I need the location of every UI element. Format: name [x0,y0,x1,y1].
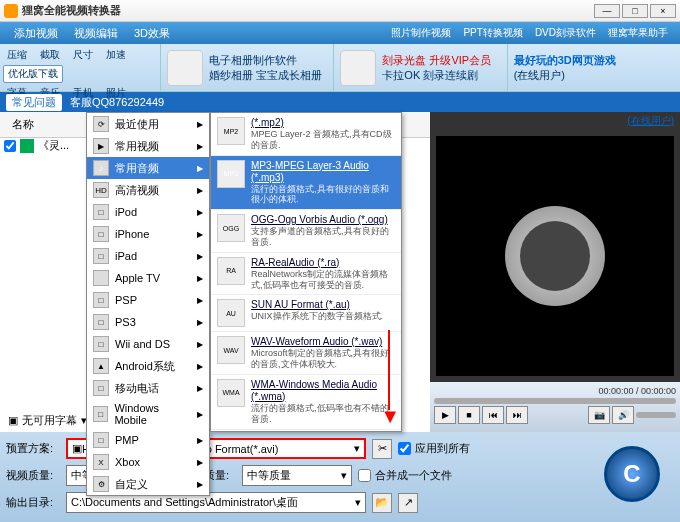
browse-button[interactable]: 📂 [372,493,392,513]
category-label: iPhone [115,228,149,240]
category-item[interactable]: □iPhone▶ [87,223,209,245]
category-icon: ▶ [93,138,109,154]
category-item[interactable]: □Windows Mobile▶ [87,399,209,429]
left-pane: 名称 《灵... ⟳最近使用▶▶常用视频▶♪常用音频▶HD高清视频▶□iPod▶… [0,112,430,432]
open-folder-button[interactable]: ↗ [398,493,418,513]
link-apple[interactable]: 狸窝苹果助手 [602,26,674,40]
chevron-right-icon: ▶ [197,252,203,261]
tab-size[interactable]: 尺寸 [69,47,97,63]
category-label: PMP [115,434,139,446]
progress-slider[interactable] [434,398,676,404]
subtitle-dropdown[interactable]: ▣ 无可用字幕 ▾ [8,413,87,428]
category-icon: □ [93,204,109,220]
category-item[interactable]: Apple TV▶ [87,267,209,289]
menu-3d[interactable]: 3D效果 [126,26,178,41]
chevron-right-icon: ▶ [197,186,203,195]
category-item[interactable]: ▲Android系统▶ [87,355,209,377]
link-ppt[interactable]: PPT转换视频 [457,26,528,40]
chevron-right-icon: ▶ [197,296,203,305]
app-title: 狸窝全能视频转换器 [22,3,592,18]
convert-button[interactable]: C [604,446,660,502]
stop-button[interactable]: ■ [458,406,480,424]
category-item[interactable]: □PSP▶ [87,289,209,311]
apply-all-checkbox[interactable] [398,442,411,455]
tab-speed[interactable]: 加速 [102,47,130,63]
format-item[interactable]: RARA-RealAudio (*.ra)RealNetworks制定的流媒体音… [211,253,401,296]
chevron-down-icon: ▾ [354,442,360,455]
play-button[interactable]: ▶ [434,406,456,424]
menu-edit-video[interactable]: 视频编辑 [66,26,126,41]
link-dvd[interactable]: DVD刻录软件 [529,26,602,40]
maximize-button[interactable]: □ [622,4,648,18]
category-item[interactable]: XXbox▶ [87,451,209,473]
category-item[interactable]: □PMP▶ [87,429,209,451]
format-name: MP3-MPEG Layer-3 Audio (*.mp3) [251,160,395,184]
format-item[interactable]: OGGOGG-Ogg Vorbis Audio (*.ogg)支持多声道的音频格… [211,210,401,253]
category-menu[interactable]: ⟳最近使用▶▶常用视频▶♪常用音频▶HD高清视频▶□iPod▶□iPhone▶□… [86,112,210,496]
format-desc: 支持多声道的音频格式,具有良好的音质. [251,226,395,248]
category-item[interactable]: ♪常用音频▶ [87,157,209,179]
format-item[interactable]: AUSUN AU Format (*.au)UNIX操作系统下的数字音频格式. [211,295,401,332]
category-icon: □ [93,336,109,352]
category-item[interactable]: ⟳最近使用▶ [87,113,209,135]
category-item[interactable]: □iPad▶ [87,245,209,267]
category-item[interactable]: □iPod▶ [87,201,209,223]
category-label: 高清视频 [115,183,159,198]
preset-icon: ▣ [72,442,82,455]
menu-add-video[interactable]: 添加视频 [6,26,66,41]
file-name: 《灵... [38,138,69,153]
category-label: iPod [115,206,137,218]
tab-compress[interactable]: 压缩 [3,47,31,63]
merge-checkbox[interactable] [358,469,371,482]
category-item[interactable]: □PS3▶ [87,311,209,333]
faq-contact[interactable]: 客服QQ876292449 [70,95,164,110]
next-button[interactable]: ⏭ [506,406,528,424]
category-icon: □ [93,406,108,422]
category-label: PSP [115,294,137,306]
category-icon [93,270,109,286]
format-item[interactable]: WAVWAV-Waveform Audio (*.wav)Microsoft制定… [211,332,401,375]
format-name: SUN AU Format (*.au) [251,299,395,311]
online-users-link[interactable]: (在线用户) [430,112,680,130]
settings-button[interactable]: ✂ [372,439,392,459]
volume-button[interactable]: 🔊 [612,406,634,424]
chevron-right-icon: ▶ [197,340,203,349]
main-area: 名称 《灵... ⟳最近使用▶▶常用视频▶♪常用音频▶HD高清视频▶□iPod▶… [0,112,680,432]
promo-burn[interactable]: 刻录光盘 升级VIP会员卡拉OK 刻录连续剧 [333,44,506,91]
category-item[interactable]: □Wii and DS▶ [87,333,209,355]
chevron-right-icon: ▶ [197,384,203,393]
category-item[interactable]: HD高清视频▶ [87,179,209,201]
col-name: 名称 [4,117,42,132]
toolbar: 压缩 截取 尺寸 加速 优化版下载 字幕 音乐 手机 照片 电子相册制作软件婚纱… [0,44,680,92]
tab-cut[interactable]: 截取 [36,47,64,63]
category-item[interactable]: ▶常用视频▶ [87,135,209,157]
format-item[interactable]: WMAWMA-Windows Media Audio (*.wma)流行的音频格… [211,375,401,430]
file-row[interactable]: 《灵... [4,138,69,153]
preview-pane: (在线用户) 00:00:00 / 00:00:00 ▶ ■ ⏮ ⏭ 📷 🔊 [430,112,680,432]
promo-game[interactable]: 最好玩的3D网页游戏(在线用户) [507,44,680,91]
link-photo-video[interactable]: 照片制作视频 [385,26,457,40]
chevron-right-icon: ▶ [197,458,203,467]
faq-label[interactable]: 常见问题 [6,94,62,111]
category-item[interactable]: ⚙自定义▶ [87,473,209,495]
promo-album[interactable]: 电子相册制作软件婚纱相册 宝宝成长相册 [160,44,333,91]
audio-quality-combo[interactable]: 中等质量▾ [242,465,352,486]
format-name: (*.mp2) [251,117,395,129]
snapshot-button[interactable]: 📷 [588,406,610,424]
close-button[interactable]: × [650,4,676,18]
minimize-button[interactable]: — [594,4,620,18]
album-icon [167,50,203,86]
chevron-right-icon: ▶ [197,436,203,445]
format-item[interactable]: MP2(*.mp2)MPEG Layer-2 音频格式,具有CD级的音质. [211,113,401,156]
burn-icon [340,50,376,86]
format-item[interactable]: MP3MP3-MPEG Layer-3 Audio (*.mp3)流行的音频格式… [211,156,401,211]
format-menu[interactable]: MP2(*.mp2)MPEG Layer-2 音频格式,具有CD级的音质.MP3… [210,112,402,432]
category-icon: ⟳ [93,116,109,132]
category-icon: □ [93,226,109,242]
format-icon: OGG [217,214,245,242]
volume-slider[interactable] [636,412,676,418]
file-checkbox[interactable] [4,140,16,152]
prev-button[interactable]: ⏮ [482,406,504,424]
tab-optimize[interactable]: 优化版下载 [3,65,63,83]
category-item[interactable]: □移动电话▶ [87,377,209,399]
